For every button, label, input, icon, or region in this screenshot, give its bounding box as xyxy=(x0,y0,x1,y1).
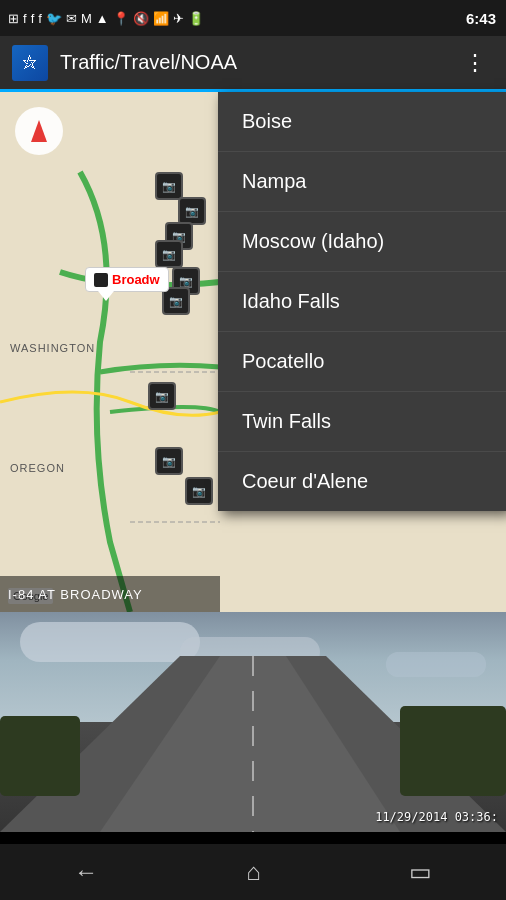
nav-bar: ← ⌂ ▭ xyxy=(0,844,506,900)
camera-marker-1[interactable]: 📷 xyxy=(155,172,183,200)
menu-item-idaho-falls[interactable]: Idaho Falls xyxy=(218,272,506,332)
menu-item-moscow[interactable]: Moscow (Idaho) xyxy=(218,212,506,272)
upload-icon: ▲ xyxy=(96,11,109,26)
email-icon: ✉ xyxy=(66,11,77,26)
svg-rect-7 xyxy=(400,706,506,796)
camera-marker-4[interactable]: 📷 xyxy=(155,240,183,268)
camera-marker-7[interactable]: 📷 xyxy=(148,382,176,410)
notification-icon: ⊞ xyxy=(8,11,19,26)
app-bar: ⛦ Traffic/Travel/NOAA ⋮ xyxy=(0,36,506,92)
facebook-icon-2: f xyxy=(31,11,35,26)
broadway-cam-icon xyxy=(94,273,108,287)
map-bottom-label: I-84 AT BROADWAY xyxy=(0,576,220,612)
menu-item-boise[interactable]: Boise xyxy=(218,92,506,152)
facebook-icon-3: f xyxy=(38,11,42,26)
app-title: Traffic/Travel/NOAA xyxy=(60,51,456,74)
washington-label: WASHINGTON xyxy=(10,342,95,354)
compass-arrow xyxy=(31,120,47,142)
wifi-icon: 📶 xyxy=(153,11,169,26)
app-icon: ⛦ xyxy=(12,45,48,81)
mute-icon: 🔇 xyxy=(133,11,149,26)
map-bottom-text: I-84 AT BROADWAY xyxy=(8,587,143,602)
city-dropdown-menu: Boise Nampa Moscow (Idaho) Idaho Falls P… xyxy=(218,92,506,511)
broadway-popup[interactable]: Broadw xyxy=(85,267,169,292)
facebook-icon: f xyxy=(23,11,27,26)
svg-rect-6 xyxy=(0,716,80,796)
oregon-label: OREGON xyxy=(10,462,65,474)
menu-item-twin-falls[interactable]: Twin Falls xyxy=(218,392,506,452)
road-svg xyxy=(0,656,506,832)
status-time: 6:43 xyxy=(466,10,496,27)
overflow-menu-button[interactable]: ⋮ xyxy=(456,42,494,84)
location-icon: 📍 xyxy=(113,11,129,26)
compass xyxy=(15,107,63,155)
twitter-icon: 🐦 xyxy=(46,11,62,26)
camera-feed: 11/29/2014 03:36: xyxy=(0,612,506,832)
menu-item-nampa[interactable]: Nampa xyxy=(218,152,506,212)
menu-item-coeur-dalene[interactable]: Coeur d'Alene xyxy=(218,452,506,511)
camera-marker-2[interactable]: 📷 xyxy=(178,197,206,225)
home-button[interactable]: ⌂ xyxy=(222,850,285,894)
camera-marker-8[interactable]: 📷 xyxy=(155,447,183,475)
broadway-label-text: Broadw xyxy=(112,272,160,287)
email-icon-2: M xyxy=(81,11,92,26)
status-icons: ⊞ f f f 🐦 ✉ M ▲ 📍 🔇 📶 ✈ 🔋 xyxy=(8,11,204,26)
menu-item-pocatello[interactable]: Pocatello xyxy=(218,332,506,392)
status-bar: ⊞ f f f 🐦 ✉ M ▲ 📍 🔇 📶 ✈ 🔋 6:43 xyxy=(0,0,506,36)
airplane-icon: ✈ xyxy=(173,11,184,26)
camera-timestamp: 11/29/2014 03:36: xyxy=(375,810,498,824)
camera-marker-9[interactable]: 📷 xyxy=(185,477,213,505)
back-button[interactable]: ← xyxy=(50,850,122,894)
recents-button[interactable]: ▭ xyxy=(385,850,456,894)
battery-icon: 🔋 xyxy=(188,11,204,26)
